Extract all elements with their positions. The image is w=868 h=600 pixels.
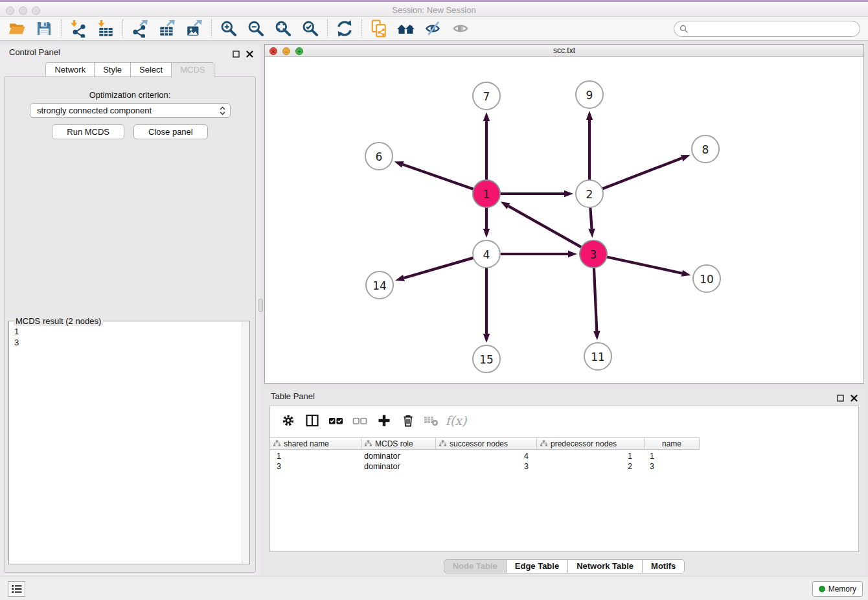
graph-node-label: 8 [702,143,709,156]
graph-edge-arrow[interactable] [483,334,490,343]
column-header-predecessor-nodes[interactable]: predecessor nodes [536,438,644,449]
open-session-button[interactable] [3,17,30,40]
toolbar-separator [361,19,362,38]
export-image-button[interactable] [181,17,208,40]
network-graph[interactable]: 1234678910111415 [265,58,863,384]
network-window-titlebar[interactable]: ✕ − + scc.txt [265,45,863,57]
table-export-icon [158,19,176,38]
documents-network-icon [370,19,388,38]
table-toolbar: f(x) [270,406,858,435]
save-session-button[interactable] [30,17,58,40]
refresh-icon [336,19,354,38]
result-scrollbar[interactable] [242,322,249,563]
select-all-columns-button[interactable] [327,412,345,429]
floppy-icon [36,20,52,37]
graph-edge[interactable] [508,206,582,248]
float-panel-icon[interactable] [233,49,240,56]
apply-function-button[interactable]: f(x) [447,412,465,429]
show-columns-button[interactable] [303,412,321,429]
create-column-button[interactable] [375,412,393,429]
houses-icon [396,19,416,38]
search-field[interactable] [674,21,860,37]
delete-table-button[interactable] [423,412,441,429]
cell-name: 3 [644,461,699,472]
table-row[interactable]: 1 dominator 4 1 1 [270,451,700,461]
graph-edge-arrow[interactable] [483,112,490,121]
delete-column-button[interactable] [399,412,417,429]
tab-motifs[interactable]: Motifs [642,559,685,573]
task-history-button[interactable] [8,581,25,597]
graph-node-label: 15 [479,353,494,366]
column-header-name[interactable]: name [644,438,699,449]
network-import-icon [69,19,87,38]
tab-network-table[interactable]: Network Table [567,559,643,573]
search-input[interactable] [689,24,860,34]
deselect-all-columns-button[interactable] [351,412,369,429]
graph-edge[interactable] [602,158,682,189]
graph-edge-arrow[interactable] [483,229,490,238]
zoom-fit-button[interactable] [269,17,297,40]
first-neighbors-button[interactable] [393,17,420,40]
refresh-layout-button[interactable] [331,17,358,40]
magnifier-plus-icon [220,19,238,38]
graph-node-label: 6 [376,150,383,163]
graph-edge-arrow[interactable] [395,275,405,281]
graph-edge-arrow[interactable] [681,155,691,161]
zoom-out-button[interactable] [242,17,269,40]
graph-edge-arrow[interactable] [681,270,691,277]
mcds-result-list[interactable]: 1 3 [10,323,242,562]
tab-mcds[interactable]: MCDS [171,62,214,78]
table-import-icon [97,19,115,38]
tab-select[interactable]: Select [130,62,172,77]
hide-selected-button[interactable] [420,17,447,40]
table-settings-button[interactable] [279,412,297,429]
zoom-selected-button[interactable] [297,17,324,40]
column-header-mcds-role[interactable]: MCDS role [361,438,435,449]
mcds-tab-content: Optimization criterion: strongly connect… [4,76,256,573]
criterion-dropdown[interactable]: strongly connected component [30,103,231,118]
show-all-button[interactable] [447,17,474,40]
zoom-in-button[interactable] [215,17,242,40]
graph-edge-arrow[interactable] [588,229,595,238]
column-header-shared-name[interactable]: shared name [270,438,361,449]
network-canvas[interactable]: 1234678910111415 [265,58,863,383]
graph-edge-arrow[interactable] [564,190,573,197]
graph-node-label: 14 [372,279,387,292]
status-bar: Memory [0,577,868,600]
cell-name: 1 [644,451,699,461]
graph-edge-arrow[interactable] [394,161,404,168]
close-panel-icon[interactable] [246,49,253,56]
tab-style[interactable]: Style [94,62,131,77]
export-network-button[interactable] [126,17,154,40]
list-icon [12,584,22,594]
graph-edge[interactable] [607,257,682,273]
import-table-button[interactable] [92,17,119,40]
function-icon: f(x) [446,413,467,428]
toolbar-separator [61,19,62,38]
mcds-result-box: MCDS result (2 nodes) 1 3 [8,321,250,564]
tab-edge-table[interactable]: Edge Table [506,559,568,573]
graph-edge[interactable] [590,207,591,229]
table-row[interactable]: 3 dominator 3 2 3 [270,461,700,472]
export-table-button[interactable] [154,17,181,40]
run-mcds-button[interactable]: Run MCDS [52,124,124,139]
memory-label: Memory [828,584,856,594]
tab-network[interactable]: Network [45,62,95,77]
close-table-panel-icon[interactable] [851,393,858,400]
graph-edge-arrow[interactable] [501,202,510,209]
column-header-successor-nodes[interactable]: successor nodes [435,438,536,449]
float-table-panel-icon[interactable] [837,393,844,400]
graph-edge[interactable] [404,258,473,278]
vertical-splitter-grip[interactable] [258,299,263,312]
memory-button[interactable]: Memory [812,581,863,597]
graph-edge[interactable] [594,268,597,331]
toolbar-separator [211,19,212,38]
close-panel-button[interactable]: Close panel [133,124,208,139]
tab-node-table[interactable]: Node Table [444,559,507,573]
new-network-from-selection-button[interactable] [365,17,393,40]
graph-edge-arrow[interactable] [593,331,600,340]
graph-edge[interactable] [403,165,474,189]
graph-edge-arrow[interactable] [568,251,577,257]
import-network-button[interactable] [65,17,92,40]
graph-edge-arrow[interactable] [586,111,593,120]
